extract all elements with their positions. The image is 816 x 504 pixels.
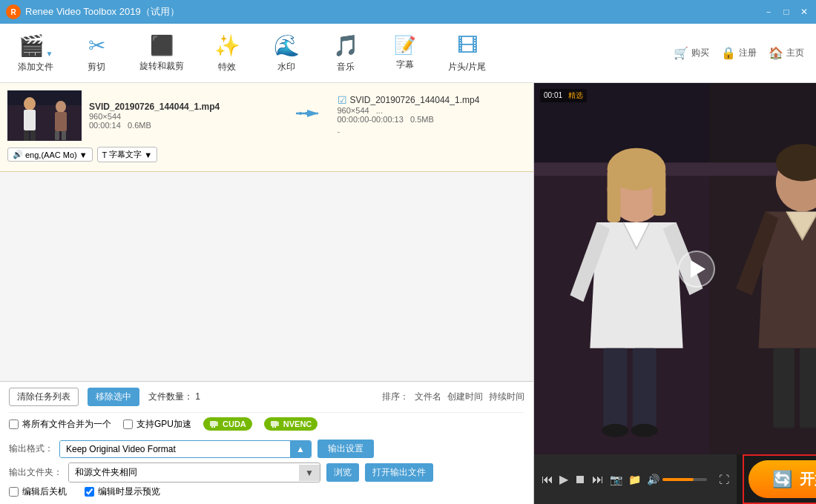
toolbar-item-effects[interactable]: ✨ 特效	[205, 30, 249, 76]
toolbar-item-add-file[interactable]: 🎬 ▼ 添加文件	[12, 30, 59, 76]
folder-label: 输出文件夹：	[9, 466, 62, 479]
stop-button[interactable]: ⏹	[574, 473, 586, 486]
toolbar-item-rotate-crop[interactable]: ⬛ 旋转和裁剪	[134, 31, 190, 76]
folder-select[interactable]: 和源文件夹相同 ▼	[68, 462, 320, 483]
fullscreen-button[interactable]: ⛶	[719, 474, 729, 485]
start-button[interactable]: 🔄 开始	[748, 460, 816, 498]
maximize-button[interactable]: □	[780, 6, 792, 18]
minimize-button[interactable]: －	[763, 6, 774, 18]
convert-arrow-icon	[286, 105, 330, 127]
remove-selected-button[interactable]: 移除选中	[88, 388, 139, 406]
svg-rect-24	[277, 425, 279, 426]
folder-dropdown-arrow[interactable]: ▼	[299, 465, 320, 481]
empty-file-area[interactable]	[0, 172, 533, 381]
open-folder-button[interactable]: 打开输出文件	[365, 463, 433, 482]
svg-rect-36	[633, 348, 657, 428]
misc-options-row: 编辑后关机 编辑时显示预览	[9, 485, 524, 498]
buy-button[interactable]: 🛒 购买	[674, 46, 709, 60]
toolbar: 🎬 ▼ 添加文件 ✂ 剪切 ⬛ 旋转和裁剪 ✨ 特效 🌊 水印 🎵 音乐 📝 字…	[0, 24, 816, 83]
play-button-overlay[interactable]	[678, 251, 715, 288]
format-row: 输出格式： Keep Original Video Format ▲ 输出设置	[9, 440, 524, 458]
video-scene: 00:01 精选 DIY爱奇艺	[534, 83, 816, 454]
add-file-label: 添加文件	[18, 61, 53, 73]
clear-task-button[interactable]: 清除任务列表	[9, 388, 79, 406]
svg-rect-34	[652, 169, 665, 216]
toolbar-item-watermark[interactable]: 🌊 水印	[264, 30, 309, 76]
shutdown-checkbox[interactable]	[9, 487, 19, 497]
output-settings-button[interactable]: 输出设置	[317, 440, 374, 458]
format-label: 输出格式：	[9, 442, 53, 455]
intro-outro-label: 片头/片尾	[448, 61, 486, 73]
output-file-info: ☑ SVID_20190726_144044_1.mp4 960×544 ...…	[338, 94, 527, 137]
app-title: Renee Video Toolbox 2019（试用）	[25, 5, 180, 19]
svg-rect-4	[24, 130, 29, 141]
format-select-value: Keep Original Video Format	[60, 441, 290, 457]
svg-rect-5	[30, 130, 36, 141]
browse-button[interactable]: 浏览	[326, 463, 359, 482]
effects-label: 特效	[218, 61, 236, 73]
format-select[interactable]: Keep Original Video Format ▲	[59, 440, 312, 458]
next-button[interactable]: ⏭	[592, 473, 604, 486]
preview-label: 编辑时显示预览	[98, 485, 160, 498]
open-folder-video-button[interactable]: 📁	[628, 474, 641, 485]
main-content: SVID_20190726_144044_1.mp4 960×544 00:00…	[0, 83, 816, 504]
merge-checkbox-group: 将所有文件合并为一个	[9, 418, 111, 431]
home-button[interactable]: 🏠 主页	[769, 46, 804, 60]
svg-rect-22	[277, 422, 279, 423]
prev-button[interactable]: ⏮	[542, 473, 553, 486]
svg-rect-21	[271, 421, 277, 426]
svg-rect-41	[773, 348, 794, 428]
svg-rect-23	[277, 423, 279, 425]
toolbar-item-subtitle[interactable]: 📝 字幕	[383, 32, 427, 74]
input-file-duration-size: 00:00:14 0.6MB	[89, 121, 278, 130]
start-refresh-icon: 🔄	[772, 470, 792, 489]
toolbar-item-music[interactable]: 🎵 音乐	[323, 30, 368, 76]
options-row: 将所有文件合并为一个 支持GPU加速 CUD	[9, 412, 524, 435]
sort-filename[interactable]: 文件名	[415, 391, 441, 403]
subtitle-icon: T	[102, 150, 108, 159]
play-button[interactable]: ▶	[559, 472, 568, 486]
merge-checkbox[interactable]	[9, 420, 19, 429]
gpu-checkbox[interactable]	[123, 420, 133, 429]
intro-outro-icon: 🎞	[457, 33, 478, 58]
close-button[interactable]: ✕	[798, 6, 810, 18]
bottom-bar: ⏮ ▶ ⏹ ⏭ 📷 📁 🔊 ⛶ 🔄 开始	[534, 454, 816, 504]
output-file-duration-size: 00:00:00-00:00:13 0.5MB	[338, 115, 527, 124]
register-label: 注册	[739, 47, 757, 59]
video-preview: 00:01 精选 DIY爱奇艺	[534, 83, 816, 454]
register-button[interactable]: 🔒 注册	[721, 46, 757, 60]
file-list-area: SVID_20190726_144044_1.mp4 960×544 00:00…	[0, 83, 533, 172]
music-label: 音乐	[337, 61, 355, 73]
sort-duration[interactable]: 持续时间	[489, 391, 524, 403]
task-control-row: 清除任务列表 移除选中 文件数量： 1 排序： 文件名 创建时间 持续时间	[9, 388, 524, 406]
audio-dropdown-icon: ▼	[79, 150, 88, 159]
bottom-controls: 清除任务列表 移除选中 文件数量： 1 排序： 文件名 创建时间 持续时间 将所…	[0, 381, 533, 504]
svg-rect-35	[603, 348, 627, 428]
right-panel: 00:01 精选 DIY爱奇艺 ⏮ ▶	[534, 83, 816, 504]
add-file-dropdown-arrow: ▼	[46, 50, 53, 58]
screenshot-button[interactable]: 📷	[610, 474, 622, 485]
svg-point-6	[56, 101, 66, 113]
volume-slider[interactable]: 🔊	[647, 474, 707, 485]
start-label: 开始	[800, 469, 817, 489]
register-icon: 🔒	[721, 46, 736, 60]
svg-rect-3	[24, 110, 36, 130]
format-dropdown-arrow[interactable]: ▲	[290, 441, 311, 457]
svg-point-12	[299, 112, 302, 115]
svg-rect-26	[274, 426, 276, 428]
cuda-badge: CUDA	[203, 417, 252, 431]
sort-group: 排序： 文件名 创建时间 持续时间	[382, 391, 524, 403]
sort-creation-time[interactable]: 创建时间	[447, 391, 483, 403]
audio-button[interactable]: 🔊 eng,(AAC Mo) ▼	[7, 147, 93, 162]
svg-point-13	[305, 112, 308, 115]
svg-rect-25	[272, 426, 274, 428]
subtitle-label: 字幕文字	[109, 149, 142, 160]
preview-checkbox[interactable]	[85, 487, 94, 497]
subtitle-button[interactable]: T 字幕文字 ▼	[97, 147, 158, 162]
cuda-label: CUDA	[223, 420, 246, 428]
subtitle-label: 字幕	[396, 59, 414, 71]
toolbar-item-cut[interactable]: ✂ 剪切	[74, 30, 119, 76]
toolbar-item-intro-outro[interactable]: 🎞 片头/片尾	[442, 30, 492, 76]
svg-rect-19	[211, 426, 213, 428]
cut-label: 剪切	[88, 61, 105, 73]
